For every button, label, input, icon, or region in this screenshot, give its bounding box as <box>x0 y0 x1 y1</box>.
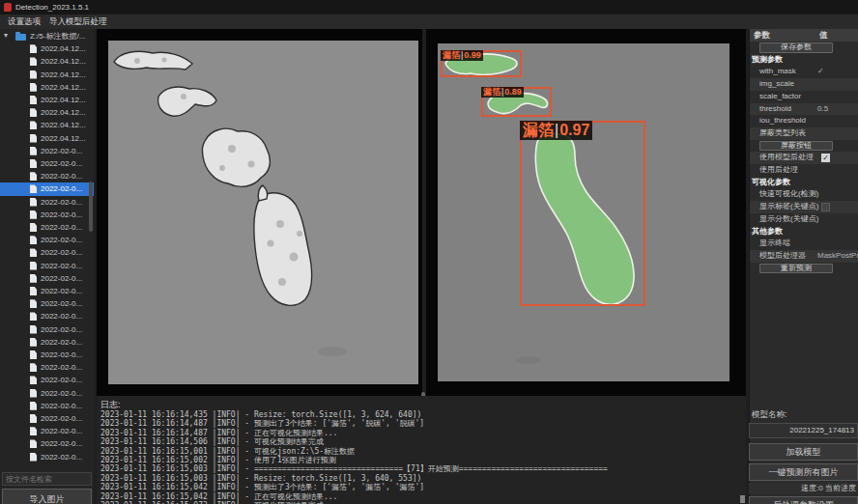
tree-file-item[interactable]: 2022-02-0... <box>0 412 94 425</box>
file-icon <box>30 198 37 207</box>
param-row-5[interactable]: threshold0.5 <box>750 103 858 116</box>
tree-file-item[interactable]: 2022-02-0... <box>0 182 94 195</box>
tree-file-item[interactable]: 2022.04.12... <box>0 81 94 94</box>
original-image[interactable] <box>108 41 418 384</box>
param-section-1: 预测参数 <box>750 54 858 67</box>
tree-file-item[interactable]: 2022-02-0... <box>0 400 94 412</box>
file-label: 2022-02-0... <box>41 387 82 400</box>
prediction-image[interactable]: 漏箔|0.99漏箔|0.89漏箔|0.97 <box>438 43 729 381</box>
param-row-10[interactable]: 使用后处理 <box>750 164 858 177</box>
file-icon <box>30 44 37 53</box>
tree-file-item[interactable]: 2022-02-0... <box>0 374 94 386</box>
file-icon <box>30 147 37 155</box>
log-line: 2023-01-11 16:16:15,003 |INFO| - =======… <box>100 464 608 473</box>
image-smudge <box>318 347 347 356</box>
file-icon <box>30 427 37 435</box>
tree-file-item[interactable]: 2022-02-0... <box>0 297 94 310</box>
file-icon <box>30 262 37 270</box>
model-name-field[interactable]: 20221225_174813 <box>749 423 858 438</box>
log-lines[interactable]: 2023-01-11 16:16:14,435 |INFO| - Resize:… <box>100 410 608 504</box>
param-row-6[interactable]: iou_threshold <box>750 115 858 127</box>
import-images-button[interactable]: 导入图片 <box>2 489 92 504</box>
load-model-button[interactable]: 加载模型 <box>749 443 858 461</box>
file-label: 2022-02-0... <box>41 196 82 209</box>
detection-box-1[interactable]: 漏箔|0.89 <box>481 87 552 117</box>
tree-file-item[interactable]: 2022.04.12... <box>0 119 94 131</box>
param-row-2[interactable]: with_mask✓ <box>750 66 858 78</box>
detection-box-2[interactable]: 漏箔|0.97 <box>520 121 645 306</box>
tree-file-item[interactable]: 2022-02-0... <box>0 323 94 336</box>
tree-file-item[interactable]: 2022-02-0... <box>0 361 94 374</box>
tree-file-item[interactable]: 2022-02-0... <box>0 272 94 285</box>
param-button-8[interactable]: 屏蔽按钮 <box>759 141 833 152</box>
expand-arrow-icon[interactable]: ▾ <box>4 29 8 42</box>
window-title: Detection_2023.1.5.1 <box>15 0 89 14</box>
param-label: 显示终端 <box>759 238 790 250</box>
tree-file-item[interactable]: 2022-02-0... <box>0 349 94 361</box>
file-label: 2022-02-0... <box>41 234 82 246</box>
param-section-15: 其他参数 <box>750 226 858 238</box>
param-row-4[interactable]: scale_factor <box>750 91 858 103</box>
postprocess-settings-button[interactable]: 后处理参数设置 <box>749 496 858 504</box>
tree-file-item[interactable]: 2022-02-0... <box>0 437 94 450</box>
detection-score: 0.99 <box>464 50 481 60</box>
param-label: 快速可视化(检测) <box>759 188 818 201</box>
file-tree[interactable]: ▾Z:/5-标注数据/...2022.04.12...2022.04.12...… <box>0 29 94 471</box>
tree-file-item[interactable]: 2022-02-0... <box>0 451 94 463</box>
tree-file-item[interactable]: 2022.04.12... <box>0 42 94 55</box>
tree-root-item[interactable]: ▾Z:/5-标注数据/... <box>0 30 94 42</box>
file-icon <box>30 414 37 423</box>
param-row-16[interactable]: 显示终端 <box>750 238 858 250</box>
tree-file-item[interactable]: 2022-02-0... <box>0 209 94 221</box>
param-label: 屏蔽类型列表 <box>759 127 806 140</box>
tree-file-item[interactable]: 2022-02-0... <box>0 234 94 246</box>
tree-file-item[interactable]: 2022-02-0... <box>0 221 94 234</box>
file-icon <box>30 108 37 117</box>
param-button-18[interactable]: 重新预测 <box>759 264 833 274</box>
menu-item-0[interactable]: 设置选项 <box>8 14 41 29</box>
tree-file-item[interactable]: 2022-02-0... <box>0 170 94 182</box>
folder-icon <box>15 34 26 41</box>
file-icon <box>30 248 37 257</box>
detection-box-0[interactable]: 漏箔|0.99 <box>441 50 522 77</box>
param-row-3[interactable]: img_scale <box>750 78 858 91</box>
param-row-7[interactable]: 屏蔽类型列表 <box>750 127 858 140</box>
param-row-13[interactable]: 显示标签(关键点) <box>750 201 858 213</box>
param-checkbox[interactable]: ✓ <box>821 154 830 162</box>
tree-file-item[interactable]: 2022-02-0... <box>0 425 94 437</box>
tree-file-item[interactable]: 2022-02-0... <box>0 336 94 349</box>
param-row-9[interactable]: 使用模型后处理✓ <box>750 152 858 164</box>
param-value: MaskPostPro <box>817 250 858 263</box>
search-input[interactable] <box>2 472 92 486</box>
tree-file-item[interactable]: 2022-02-0... <box>0 246 94 259</box>
file-label: 2022-02-0... <box>41 374 82 386</box>
tree-file-item[interactable]: 2022.04.12... <box>0 94 94 106</box>
file-icon <box>30 338 37 347</box>
param-row-14[interactable]: 显示分数(关键点) <box>750 213 858 226</box>
param-label: 显示标签(关键点) <box>759 201 818 213</box>
tree-file-item[interactable]: 2022.04.12... <box>0 106 94 119</box>
file-icon <box>30 287 37 295</box>
param-button-0[interactable]: 保存参数 <box>759 42 833 53</box>
tree-file-item[interactable]: 2022-02-0... <box>0 145 94 157</box>
file-label: 2022.04.12... <box>41 81 86 94</box>
tree-file-item[interactable]: 2022-02-0... <box>0 285 94 297</box>
tree-file-item[interactable]: 2022-02-0... <box>0 196 94 209</box>
param-label: with_mask <box>759 66 796 78</box>
tree-file-item[interactable]: 2022-02-0... <box>0 387 94 400</box>
log-line: 2023-01-11 16:16:15,002 |INFO| - 使用了1张图片… <box>100 456 608 464</box>
param-row-12[interactable]: 快速可视化(检测) <box>750 188 858 201</box>
tree-file-item[interactable]: 2022-02-0... <box>0 157 94 170</box>
log-line: 2023-01-11 16:16:15,003 |INFO| - Resize:… <box>100 474 608 483</box>
predict-all-button[interactable]: 一键预测所有图片 <box>749 463 858 481</box>
param-checkbox[interactable] <box>821 203 830 211</box>
tree-file-item[interactable]: 2022-02-0... <box>0 260 94 272</box>
menu-item-1[interactable]: 导入模型后处理 <box>49 14 107 29</box>
log-scrollbar-thumb[interactable] <box>740 495 745 503</box>
tree-scrollbar-thumb[interactable] <box>89 182 93 232</box>
param-row-17[interactable]: 模型后处理器MaskPostPro <box>750 250 858 263</box>
tree-file-item[interactable]: 2022.04.12... <box>0 69 94 81</box>
tree-file-item[interactable]: 2022.04.12... <box>0 132 94 145</box>
tree-file-item[interactable]: 2022.04.12... <box>0 55 94 68</box>
tree-file-item[interactable]: 2022-02-0... <box>0 310 94 322</box>
